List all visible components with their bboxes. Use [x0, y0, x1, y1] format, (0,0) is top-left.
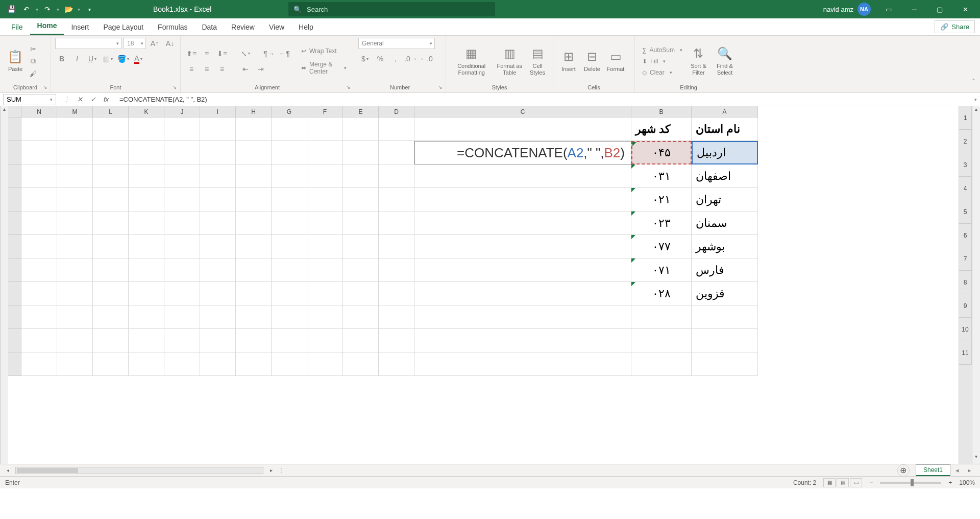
cell-N1[interactable] [21, 117, 57, 141]
close-icon[interactable]: ✕ [953, 0, 977, 18]
cell-D1[interactable] [379, 117, 414, 141]
col-header-D[interactable]: D [379, 106, 414, 117]
cell-styles-button[interactable]: ▤Cell Styles [526, 44, 549, 77]
normal-view-icon[interactable]: ▦ [823, 478, 836, 487]
font-size-combo[interactable]: 18 [124, 38, 146, 49]
fill-color-icon[interactable]: 🪣 [116, 53, 130, 64]
scroll-up-right-icon[interactable]: ▴ [972, 106, 980, 115]
save-icon[interactable]: 💾 [5, 3, 17, 15]
clipboard-launcher-icon[interactable]: ↘ [41, 83, 48, 90]
tab-help[interactable]: Help [291, 19, 321, 35]
format-painter-icon[interactable]: 🖌 [28, 69, 39, 78]
row-header-11[interactable]: 11 [959, 341, 972, 365]
cell-D7[interactable] [379, 258, 414, 282]
cell-F4[interactable] [307, 188, 343, 211]
cell-D2[interactable] [379, 141, 414, 164]
tab-view[interactable]: View [262, 19, 291, 35]
cell-M4[interactable] [57, 188, 93, 211]
tab-home[interactable]: Home [30, 17, 64, 35]
name-box[interactable]: SUM ▾ [3, 94, 56, 105]
insert-cells-button[interactable]: ⊞Insert [557, 48, 580, 74]
row-header-6[interactable]: 6 [959, 224, 972, 247]
tab-insert[interactable]: Insert [64, 19, 96, 35]
cell-L9[interactable] [93, 305, 129, 329]
cell-I8[interactable] [200, 282, 236, 305]
cell-N3[interactable] [21, 164, 57, 188]
cell-I4[interactable] [200, 188, 236, 211]
decrease-indent-icon[interactable]: ⇤ [239, 63, 252, 75]
cell-J6[interactable] [164, 235, 200, 258]
cell-C5[interactable] [414, 211, 631, 235]
cell-A11[interactable] [692, 352, 758, 376]
cell-F1[interactable] [307, 117, 343, 141]
zoom-out-icon[interactable]: − [869, 479, 873, 486]
page-layout-view-icon[interactable]: ▤ [837, 478, 849, 487]
col-header-F[interactable]: F [307, 106, 343, 117]
row-header-4[interactable]: 4 [959, 177, 972, 200]
cell-H5[interactable] [236, 211, 272, 235]
cell-L5[interactable] [93, 211, 129, 235]
enter-formula-icon[interactable]: ✓ [87, 94, 99, 105]
col-header-A[interactable]: A [692, 106, 758, 117]
cell-B11[interactable] [631, 352, 692, 376]
cell-F9[interactable] [307, 305, 343, 329]
cell-G8[interactable] [272, 282, 307, 305]
expand-formula-bar-icon[interactable]: ▾ [971, 97, 980, 102]
cut-icon[interactable]: ✂ [28, 44, 39, 54]
cell-M6[interactable] [57, 235, 93, 258]
cell-H8[interactable] [236, 282, 272, 305]
cell-K2[interactable] [129, 141, 164, 164]
cell-J9[interactable] [164, 305, 200, 329]
cell-J3[interactable] [164, 164, 200, 188]
cell-B2[interactable]: ۰۴۵ [631, 141, 692, 164]
cell-M5[interactable] [57, 211, 93, 235]
cell-B7[interactable]: ۰۷۱ [631, 258, 692, 282]
percent-icon[interactable]: % [374, 53, 387, 64]
bold-icon[interactable]: B [55, 53, 68, 64]
cell-I1[interactable] [200, 117, 236, 141]
col-header-N[interactable]: N [21, 106, 57, 117]
page-break-view-icon[interactable]: ▭ [850, 478, 862, 487]
col-header-J[interactable]: J [164, 106, 200, 117]
merge-center-button[interactable]: ⬌Merge & Center▾ [298, 60, 350, 76]
decrease-decimal-icon[interactable]: ←.0 [420, 53, 433, 64]
cell-M7[interactable] [57, 258, 93, 282]
cell-N4[interactable] [21, 188, 57, 211]
cell-A3[interactable]: اصفهان [692, 164, 758, 188]
redo-icon[interactable]: ↷ [41, 3, 54, 15]
cell-M9[interactable] [57, 305, 93, 329]
zoom-slider[interactable] [880, 482, 941, 484]
undo-icon[interactable]: ↶ [20, 3, 33, 15]
ribbon-display-icon[interactable]: ▭ [877, 0, 900, 18]
cell-C10[interactable] [414, 329, 631, 352]
cell-J4[interactable] [164, 188, 200, 211]
cell-I2[interactable] [200, 141, 236, 164]
cell-I9[interactable] [200, 305, 236, 329]
cell-D8[interactable] [379, 282, 414, 305]
maximize-icon[interactable]: ▢ [928, 0, 951, 18]
cell-H4[interactable] [236, 188, 272, 211]
cell-J10[interactable] [164, 329, 200, 352]
cell-J2[interactable] [164, 141, 200, 164]
cell-F7[interactable] [307, 258, 343, 282]
autosum-button[interactable]: ∑AutoSum▾ [639, 45, 685, 55]
cell-C7[interactable] [414, 258, 631, 282]
accounting-icon[interactable]: $ [358, 53, 372, 64]
cell-G1[interactable] [272, 117, 307, 141]
increase-font-icon[interactable]: A↑ [148, 38, 161, 49]
align-right-icon[interactable]: ≡ [215, 63, 229, 75]
cell-F8[interactable] [307, 282, 343, 305]
cell-D11[interactable] [379, 352, 414, 376]
row-header-5[interactable]: 5 [959, 200, 972, 224]
sheet-nav-prev-icon[interactable]: ◂ [951, 465, 963, 476]
name-box-dropdown-icon[interactable]: ▾ [50, 97, 53, 102]
decrease-font-icon[interactable]: A↓ [163, 38, 177, 49]
cell-B1[interactable]: کد شهر [631, 117, 692, 141]
cell-K6[interactable] [129, 235, 164, 258]
col-header-H[interactable]: H [236, 106, 272, 117]
cell-L8[interactable] [93, 282, 129, 305]
conditional-formatting-button[interactable]: ▦Conditional Formatting [450, 44, 493, 77]
cell-N8[interactable] [21, 282, 57, 305]
cell-J1[interactable] [164, 117, 200, 141]
cell-G9[interactable] [272, 305, 307, 329]
